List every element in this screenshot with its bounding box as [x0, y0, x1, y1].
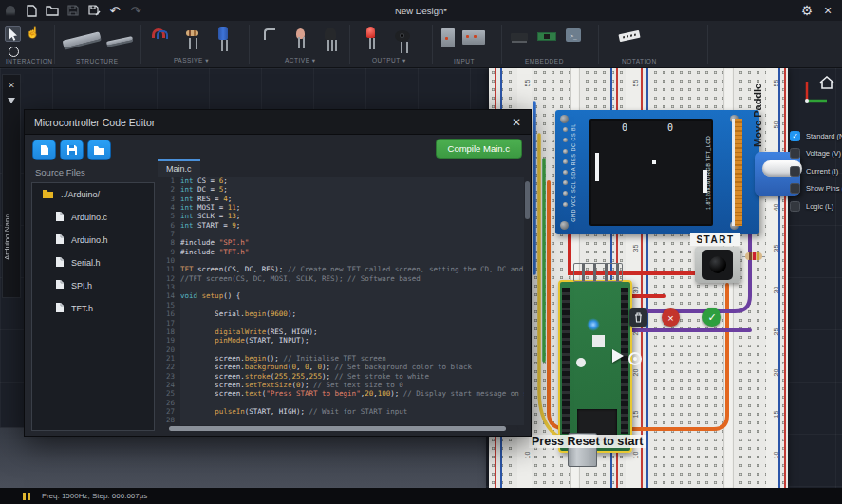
select-cursor-tool[interactable]: [5, 26, 21, 42]
start-push-button[interactable]: [695, 247, 740, 283]
arduino-nano-side-tab[interactable]: ✕ Arduino Nano: [2, 74, 21, 298]
simulation-status-text: Freq: 1500Hz, Step: 666.667μs: [42, 492, 147, 500]
line-number: 9: [158, 248, 180, 256]
breadboard-row-number: 10: [632, 448, 639, 462]
new-file-button[interactable]: [21, 2, 42, 19]
close-app-icon[interactable]: ×: [817, 2, 838, 19]
run-icon[interactable]: [612, 349, 624, 363]
line-number: 22: [158, 363, 180, 371]
line-number: 3: [158, 195, 180, 203]
editor-title-bar[interactable]: Microcontroller Code Editor ✕: [25, 110, 531, 135]
code-line: 3int RES = 4;: [158, 195, 527, 203]
file-item-arduino-c[interactable]: Arduino.c: [32, 206, 154, 229]
code-line: 15: [158, 301, 527, 309]
target-icon[interactable]: [628, 352, 642, 365]
nano-reset-button[interactable]: [592, 335, 605, 347]
view-option-logic[interactable]: Logic (L): [790, 197, 842, 215]
pause-icon[interactable]: [23, 493, 30, 500]
view-option-show[interactable]: Show Pins (P): [790, 180, 842, 198]
line-number: 1: [158, 177, 180, 185]
save-button[interactable]: [63, 2, 84, 19]
arduino-board-item[interactable]: [537, 32, 556, 41]
label-tag-item[interactable]: [619, 32, 640, 40]
checkbox-icon[interactable]: [790, 148, 800, 159]
code-line: 21 screen.begin(); // Initialise TFT scr…: [158, 354, 527, 363]
dip-ic-item[interactable]: [511, 33, 528, 41]
lasso-tool[interactable]: [9, 47, 19, 57]
cancel-button[interactable]: ×: [662, 308, 680, 327]
breadboard-row-number: 25: [773, 325, 779, 339]
arduino-nano[interactable]: [558, 280, 632, 453]
pullup-resistor[interactable]: [742, 252, 765, 260]
breadboard-row-number: 40: [773, 200, 779, 215]
palette-group-label: PASSIVE ▾: [174, 57, 209, 65]
view-option-label: Standard (N): [806, 132, 842, 140]
line-number: 15: [158, 301, 180, 309]
editor-close-icon[interactable]: ✕: [512, 116, 521, 129]
save-as-button[interactable]: [84, 2, 104, 19]
line-number: 4: [158, 203, 180, 212]
transistor-item[interactable]: [325, 28, 336, 40]
file-item-spi-h[interactable]: SPI.h: [32, 274, 154, 297]
tft-screen: 0 0: [589, 119, 713, 226]
checkbox-icon[interactable]: [790, 166, 800, 177]
compile-button[interactable]: Compile Main.c: [436, 139, 522, 159]
expand-triangle-icon[interactable]: [8, 98, 15, 103]
close-icon[interactable]: ✕: [3, 81, 20, 90]
tab-main-c[interactable]: Main.c: [158, 159, 200, 177]
code-line: 25 screen.text("Press START to begin",20…: [158, 389, 527, 398]
code-line: 4int MOSI = 11;: [158, 203, 527, 212]
delete-component-button[interactable]: [629, 308, 647, 327]
settings-gear-icon[interactable]: ⚙: [796, 2, 817, 19]
line-number: 19: [158, 336, 180, 345]
editor-save-button[interactable]: [60, 140, 84, 160]
breadboard-row-number: 30: [773, 283, 779, 297]
resistor-item[interactable]: [186, 30, 198, 36]
nano-component-dot: [576, 358, 586, 367]
led-item[interactable]: [366, 27, 375, 38]
line-number: 24: [158, 381, 180, 389]
file-name: TFT.h: [71, 304, 93, 313]
view-option-standard[interactable]: ✓Standard (N): [790, 127, 842, 145]
view-option-current[interactable]: Current (I): [790, 162, 842, 180]
file-item-serial-h[interactable]: Serial.h: [32, 252, 154, 274]
breadboard-row-number: 35: [632, 241, 639, 255]
file-icon: [55, 233, 65, 247]
folder-name: ../Arduino/: [61, 190, 100, 199]
breadboard-row-number: 15: [632, 407, 639, 421]
checkbox-checked-icon[interactable]: ✓: [790, 131, 800, 141]
code-area[interactable]: 1int CS = 6;2int DC = 5;3int RES = 4;4in…: [158, 177, 527, 425]
file-item-arduino-h[interactable]: Arduino.h: [32, 229, 154, 252]
palette-group-label: INTERACTION: [6, 58, 53, 65]
redo-button[interactable]: ↷: [125, 2, 146, 19]
confirm-button[interactable]: ✓: [702, 308, 721, 327]
file-item-tft-h[interactable]: TFT.h: [32, 297, 154, 320]
checkbox-icon[interactable]: [790, 201, 800, 212]
folder-item[interactable]: ../Arduino/: [32, 183, 154, 206]
editor-new-file-button[interactable]: [32, 140, 56, 160]
undo-button[interactable]: ↶: [104, 2, 125, 19]
code-line: 14void setup() {: [158, 291, 527, 300]
pan-hand-tool[interactable]: ☝: [26, 26, 40, 39]
folder-icon: [42, 189, 54, 201]
editor-open-button[interactable]: [87, 140, 111, 160]
diode-item[interactable]: [264, 28, 275, 40]
code-line: 2int DC = 5;: [158, 185, 527, 194]
checkbox-icon[interactable]: [790, 183, 800, 194]
view-option-voltage[interactable]: Voltage (V): [790, 145, 842, 163]
axis-indicator: [799, 80, 828, 108]
inductor-item[interactable]: [152, 28, 165, 38]
breadboard-row-number: 55: [773, 76, 779, 90]
line-number: 5: [158, 212, 180, 220]
buzzer-item[interactable]: [395, 30, 410, 42]
breadboard-row-number: 55: [632, 76, 639, 90]
terminal-item[interactable]: >_: [566, 28, 581, 42]
vertical-scrollbar[interactable]: [524, 177, 531, 425]
horizontal-scrollbar[interactable]: [167, 426, 518, 431]
tft-display[interactable]: GND VCC SCL SDA RES DC CS BL 0 0 1.8'128…: [555, 110, 759, 234]
capacitor-item[interactable]: [218, 27, 228, 40]
code-line: 1int CS = 6;: [158, 177, 527, 185]
palette-group-label: EMBEDDED: [525, 58, 564, 65]
code-line: 7: [158, 230, 527, 238]
open-folder-button[interactable]: [42, 2, 63, 19]
